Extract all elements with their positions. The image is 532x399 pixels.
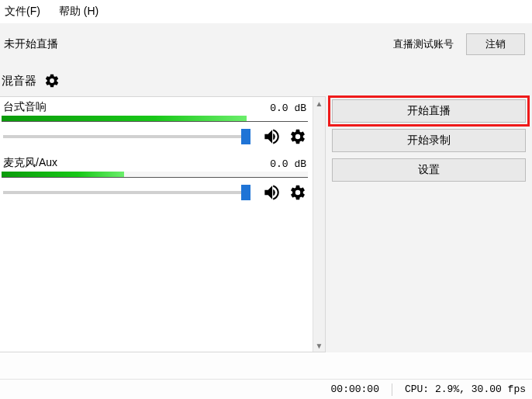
mixer-item: 麦克风/Aux 0.0 dB bbox=[2, 156, 308, 207]
mixer-title: 混音器 bbox=[2, 74, 36, 88]
menu-file[interactable]: 文件(F) bbox=[5, 5, 40, 19]
gear-icon[interactable] bbox=[44, 73, 60, 88]
menubar: 文件(F) 帮助 (H) bbox=[0, 0, 532, 23]
status-bar: 00:00:00 CPU: 2.9%, 30.00 fps bbox=[0, 379, 532, 399]
mixer-item-name: 台式音响 bbox=[3, 100, 47, 114]
vu-meter bbox=[2, 172, 308, 178]
top-right: 直播测试账号 注销 bbox=[393, 33, 525, 55]
main-area: 台式音响 0.0 dB 麦克风/Aux 0.0 dB bbox=[0, 96, 532, 352]
vu-meter bbox=[2, 116, 308, 122]
vertical-scrollbar[interactable]: ▲ ▼ bbox=[313, 97, 325, 352]
volume-slider[interactable] bbox=[3, 191, 250, 194]
start-stream-button[interactable]: 开始直播 bbox=[332, 99, 526, 123]
speaker-icon[interactable] bbox=[261, 127, 282, 147]
mixer-item-level: 0.0 dB bbox=[270, 158, 306, 170]
start-record-button[interactable]: 开始录制 bbox=[332, 129, 526, 152]
mixer-item: 台式音响 0.0 dB bbox=[2, 100, 308, 151]
slider-thumb[interactable] bbox=[241, 185, 250, 200]
mixer-item-level: 0.0 dB bbox=[270, 102, 306, 114]
menu-help[interactable]: 帮助 (H) bbox=[59, 5, 98, 19]
cpu-fps: CPU: 2.9%, 30.00 fps bbox=[405, 383, 526, 395]
speaker-icon[interactable] bbox=[261, 182, 282, 203]
scroll-up-icon[interactable]: ▲ bbox=[313, 97, 325, 109]
logout-button[interactable]: 注销 bbox=[466, 33, 525, 55]
top-toolbar: 未开始直播 直播测试账号 注销 bbox=[0, 23, 532, 64]
mixer-item-name: 麦克风/Aux bbox=[3, 156, 57, 170]
controls-panel: 开始直播 开始录制 设置 bbox=[326, 96, 532, 352]
mixer-header: 混音器 bbox=[0, 64, 532, 96]
gear-icon[interactable] bbox=[289, 184, 306, 201]
slider-thumb[interactable] bbox=[241, 129, 250, 144]
volume-slider[interactable] bbox=[3, 135, 250, 138]
mixer-panel: 台式音响 0.0 dB 麦克风/Aux 0.0 dB bbox=[0, 96, 326, 352]
gear-icon[interactable] bbox=[289, 128, 306, 145]
separator bbox=[392, 383, 392, 396]
stream-status-label: 未开始直播 bbox=[4, 37, 58, 51]
scroll-down-icon[interactable]: ▼ bbox=[313, 339, 325, 352]
account-label: 直播测试账号 bbox=[393, 37, 454, 51]
settings-button[interactable]: 设置 bbox=[332, 158, 526, 182]
elapsed-time: 00:00:00 bbox=[331, 383, 379, 395]
